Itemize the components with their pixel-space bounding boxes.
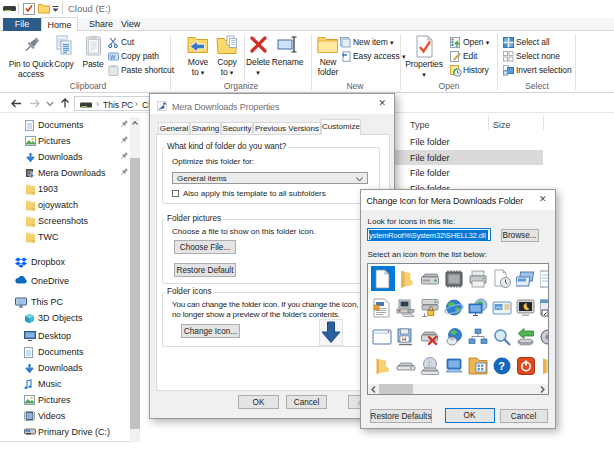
svg-text:?: ? [498, 360, 505, 372]
svg-text:H: H [402, 336, 406, 342]
